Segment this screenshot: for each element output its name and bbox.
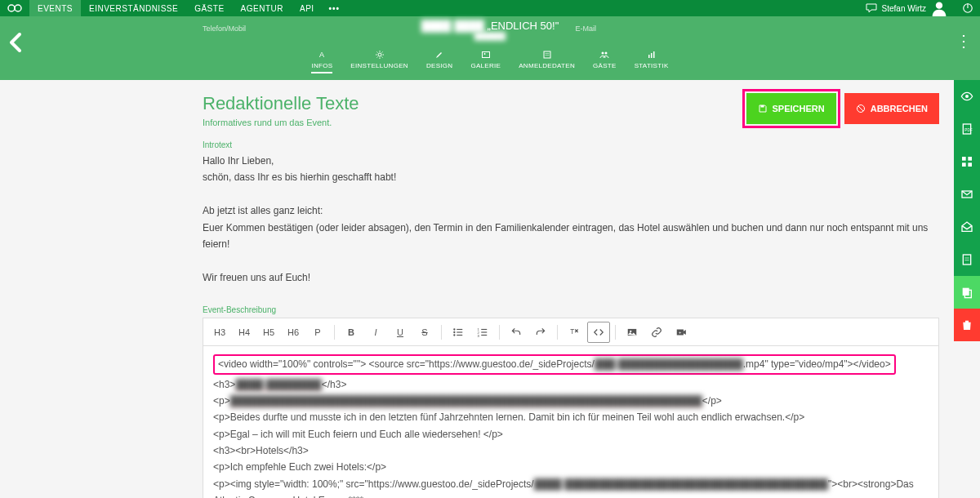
svg-text:PDF: PDF [964, 128, 972, 132]
link-icon [651, 327, 662, 338]
svg-text:+: + [679, 329, 682, 334]
eye-icon [960, 90, 973, 103]
svg-text:T: T [570, 328, 574, 336]
tab-infos[interactable]: A INFOS [311, 50, 332, 73]
code-view-button[interactable] [587, 322, 610, 343]
rail-preview-button[interactable] [954, 80, 980, 113]
svg-rect-22 [962, 162, 966, 167]
svg-point-2 [936, 2, 942, 9]
svg-point-1 [15, 5, 21, 11]
undo-button[interactable] [505, 322, 528, 343]
heading-h6-button[interactable]: H6 [282, 322, 305, 343]
svg-point-6 [378, 53, 381, 56]
svg-rect-15 [651, 53, 653, 58]
app-logo[interactable] [0, 2, 29, 14]
heading-h5-button[interactable]: H5 [257, 322, 280, 343]
introtext-content[interactable]: Hallo Ihr Lieben, schön, dass Ihr es bis… [203, 153, 939, 286]
link-button[interactable] [645, 322, 668, 343]
rail-qr-button[interactable] [954, 145, 980, 178]
main-content: Redaktionelle Texte Informatives rund um… [0, 80, 980, 498]
page-title: Redaktionelle Texte [203, 93, 746, 114]
svg-point-12 [602, 52, 604, 55]
svg-text:A: A [319, 51, 324, 59]
nav-api[interactable]: API [292, 0, 323, 16]
svg-rect-9 [544, 51, 550, 58]
svg-rect-25 [963, 255, 970, 265]
bold-button[interactable]: B [340, 322, 363, 343]
undo-icon [510, 327, 522, 338]
ul-button[interactable] [447, 322, 470, 343]
redo-button[interactable] [529, 322, 552, 343]
nav-events[interactable]: EVENTS [29, 0, 81, 16]
copy-icon [960, 286, 973, 299]
save-icon [758, 104, 768, 113]
video-button[interactable]: + [670, 322, 693, 343]
clear-icon: T [568, 327, 580, 338]
logout-button[interactable] [956, 2, 980, 14]
svg-line-32 [858, 106, 863, 111]
svg-text:3: 3 [478, 333, 480, 337]
cancel-button[interactable]: ABBRECHEN [844, 93, 939, 124]
svg-rect-30 [760, 105, 764, 108]
nav-guests[interactable]: GÄSTE [186, 0, 232, 16]
image-icon [481, 50, 491, 60]
list-ul-icon [452, 327, 464, 338]
description-label: Event-Beschreibung [203, 305, 939, 314]
user-menu[interactable]: Stefan Wirtz [858, 0, 956, 16]
tab-credentials[interactable]: ANMELDEDATEN [519, 50, 575, 73]
nav-more-icon[interactable]: ••• [323, 4, 347, 13]
qr-icon [960, 155, 973, 168]
svg-rect-28 [963, 288, 969, 296]
clear-format-button[interactable]: T [563, 322, 586, 343]
document-icon [960, 253, 973, 266]
avatar-icon [931, 0, 947, 16]
envelope-icon [960, 188, 973, 201]
nav-agency[interactable]: AGENTUR [233, 0, 292, 16]
envelope-open-icon [960, 220, 973, 233]
chat-icon [866, 3, 877, 13]
image-button[interactable] [621, 322, 644, 343]
right-rail: PDF [954, 80, 980, 341]
pdf-icon: PDF [960, 122, 973, 136]
ol-button[interactable]: 123 [471, 322, 494, 343]
rail-delete-button[interactable] [954, 309, 980, 341]
rail-copy-button[interactable] [954, 276, 980, 309]
editor-toolbar: H3 H4 H5 H6 P B I U S 123 T + [203, 318, 939, 345]
tab-settings[interactable]: EINSTELLUNGEN [350, 50, 408, 73]
users-icon [599, 50, 609, 60]
rail-mail2-button[interactable] [954, 211, 980, 243]
svg-point-8 [483, 53, 485, 55]
trash-icon [960, 318, 973, 331]
heading-h3-button[interactable]: H3 [208, 322, 231, 343]
tab-design[interactable]: DESIGN [426, 50, 452, 73]
tab-statistics[interactable]: STATISTIK [635, 50, 669, 73]
event-header: ⋮ Telefon/Mobil E-Mail ████ ████ „ENDLIC… [0, 16, 980, 80]
rail-pdf-button[interactable]: PDF [954, 113, 980, 145]
svg-rect-21 [968, 157, 972, 161]
tab-gallery[interactable]: GALERIE [470, 50, 501, 73]
strike-button[interactable]: S [413, 322, 436, 343]
video-icon: + [675, 327, 687, 338]
chart-icon [647, 50, 657, 60]
rail-doc-button[interactable] [954, 243, 980, 276]
tab-guests[interactable]: GÄSTE [593, 50, 617, 73]
redo-icon [535, 327, 546, 338]
nav-consent[interactable]: EINVERSTÄNDNISSE [81, 0, 186, 16]
editor-textarea[interactable]: <video width="100%" controls=""> <source… [203, 345, 939, 498]
picture-icon [626, 327, 638, 338]
svg-rect-16 [653, 51, 655, 58]
save-button[interactable]: SPEICHERN [746, 93, 836, 124]
list-ol-icon: 123 [477, 327, 488, 338]
heading-h4-button[interactable]: H4 [233, 322, 256, 343]
brush-icon [434, 50, 444, 60]
paragraph-button[interactable]: P [306, 322, 329, 343]
underline-button[interactable]: U [389, 322, 412, 343]
event-tabs: A INFOS EINSTELLUNGEN DESIGN GALERIE ANM… [0, 50, 980, 73]
svg-point-49 [630, 330, 631, 331]
svg-rect-14 [648, 55, 650, 58]
gear-icon [375, 50, 385, 60]
svg-point-33 [453, 328, 455, 330]
rail-mail-button[interactable] [954, 178, 980, 211]
page-subtitle: Informatives rund um das Event. [203, 118, 746, 127]
italic-button[interactable]: I [364, 322, 387, 343]
